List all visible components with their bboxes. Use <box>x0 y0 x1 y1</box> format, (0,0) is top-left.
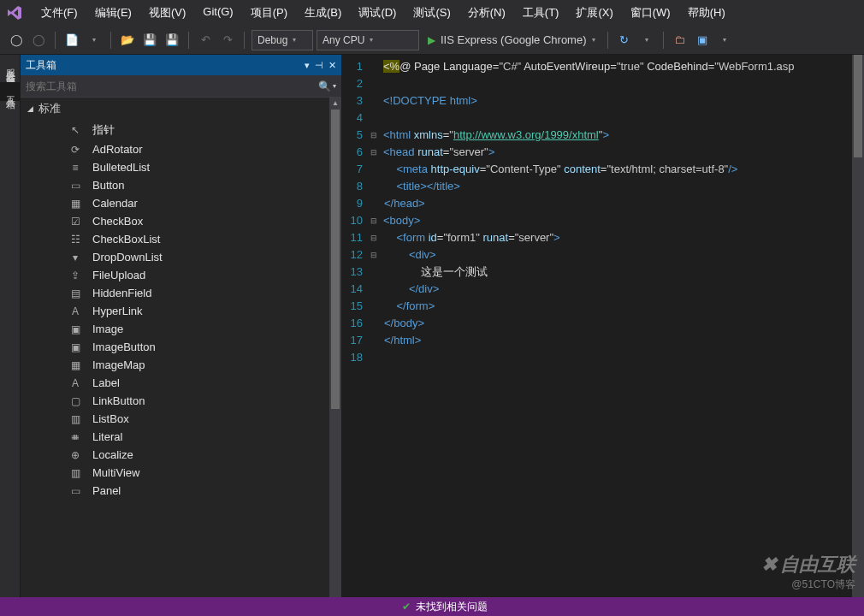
tool-item[interactable]: ≡BulletedList <box>21 158 329 176</box>
toolbar: ◯ ◯ 📄 ▾ 📂 💾 💾 ↶ ↷ Debug▾ Any CPU▾ ▶ IIS … <box>0 26 864 55</box>
window-icon[interactable]: ▣ <box>693 31 712 50</box>
menu-item[interactable]: 工具(T) <box>514 2 568 24</box>
scroll-up-icon[interactable]: ▲ <box>332 99 339 107</box>
tool-icon: ⊕ <box>68 449 82 461</box>
side-tab-toolbox[interactable]: 工具箱 <box>0 82 20 101</box>
tool-item[interactable]: ⊕Localize <box>21 446 329 464</box>
close-icon[interactable]: ✕ <box>328 60 336 71</box>
toolbox-search: 🔍 ▾ <box>21 75 341 98</box>
tool-label: MultiView <box>92 466 139 479</box>
tool-item[interactable]: ↖指针 <box>21 120 329 140</box>
code-editor[interactable]: 123456789101112131415161718 ⊟⊟ ⊟⊟⊟ <%@ P… <box>342 55 864 597</box>
menu-item[interactable]: 帮助(H) <box>679 2 734 24</box>
tool-item[interactable]: ▣Image <box>21 320 329 338</box>
dropdown-arrow-icon[interactable]: ▾ <box>637 31 656 50</box>
redo-icon[interactable]: ↷ <box>218 31 237 50</box>
tool-icon: ▦ <box>68 198 82 210</box>
chevron-down-icon: ▾ <box>592 36 595 44</box>
menu-item[interactable]: 测试(S) <box>405 2 459 24</box>
search-input[interactable] <box>26 80 318 92</box>
menu-item[interactable]: 视图(V) <box>140 2 194 24</box>
menu-item[interactable]: Git(G) <box>194 2 241 24</box>
dropdown-arrow-icon[interactable]: ▾ <box>715 31 734 50</box>
tool-item[interactable]: ▥MultiView <box>21 464 329 482</box>
tool-label: ImageButton <box>92 341 156 353</box>
refresh-icon[interactable]: ↻ <box>615 31 634 50</box>
open-folder-icon[interactable]: 📂 <box>118 31 137 50</box>
tool-item[interactable]: ☑CheckBox <box>21 212 329 230</box>
tool-icon: ≡ <box>68 162 82 174</box>
scrollbar-thumb[interactable] <box>331 110 340 409</box>
menu-item[interactable]: 调试(D) <box>350 2 405 24</box>
tool-label: AdRotator <box>92 143 143 156</box>
tool-label: ListBox <box>92 412 129 425</box>
editor-scrollbar-thumb[interactable] <box>854 55 862 157</box>
tool-icon: ▣ <box>68 341 82 353</box>
dropdown-icon[interactable]: ▾ <box>305 60 310 71</box>
tool-item[interactable]: ALabel <box>21 374 329 392</box>
menu-item[interactable]: 项目(P) <box>242 2 296 24</box>
tool-label: CheckBox <box>92 215 143 228</box>
save-all-icon[interactable]: 💾 <box>163 31 181 50</box>
tool-item[interactable]: AHyperLink <box>21 302 329 320</box>
run-button[interactable]: ▶ IIS Express (Google Chrome) ▾ <box>423 33 601 46</box>
tool-label: HyperLink <box>92 305 143 317</box>
toolbox-panel: 工具箱 ▾ ⊣ ✕ 🔍 ▾ ◢ 标准 ↖指针⟳AdRotator≡Bullete… <box>21 55 342 597</box>
tool-icon: ⩩ <box>68 431 82 443</box>
nav-back-icon[interactable]: ◯ <box>7 31 26 50</box>
tool-list[interactable]: ◢ 标准 ↖指针⟳AdRotator≡BulletedList▭Button▦C… <box>21 98 329 597</box>
tool-icon: A <box>68 305 82 317</box>
menu-item[interactable]: 文件(F) <box>33 2 86 24</box>
menu-item[interactable]: 分析(N) <box>459 2 514 24</box>
editor-scrollbar[interactable] <box>852 55 864 597</box>
tool-item[interactable]: ▾DropDownList <box>21 248 329 266</box>
dropdown-arrow-icon[interactable]: ▾ <box>85 31 104 50</box>
tool-item[interactable]: ▤HiddenField <box>21 284 329 302</box>
tool-item[interactable]: ▭Button <box>21 176 329 194</box>
config-dropdown[interactable]: Debug▾ <box>252 30 313 50</box>
tool-icon: ↖ <box>68 124 82 136</box>
tool-item[interactable]: ▭Panel <box>21 482 329 500</box>
group-label: 标准 <box>38 101 61 116</box>
tool-label: Localize <box>92 448 133 461</box>
tool-icon: ⇪ <box>68 270 82 281</box>
tool-label: DropDownList <box>92 251 163 264</box>
menubar: 文件(F)编辑(E)视图(V)Git(G)项目(P)生成(B)调试(D)测试(S… <box>0 0 864 26</box>
menu-item[interactable]: 生成(B) <box>296 2 350 24</box>
tool-item[interactable]: ▥ListBox <box>21 410 329 428</box>
group-header-standard[interactable]: ◢ 标准 <box>21 98 329 120</box>
tool-label: Calendar <box>92 197 138 210</box>
tool-icon: ▤ <box>68 287 82 299</box>
fold-column[interactable]: ⊟⊟ ⊟⊟⊟ <box>368 55 380 597</box>
tool-item[interactable]: ⇪FileUpload <box>21 266 329 284</box>
status-issues[interactable]: ✔ 未找到相关问题 <box>394 600 496 614</box>
tool-item[interactable]: ⩩Literal <box>21 428 329 446</box>
vs-logo-icon <box>5 3 24 22</box>
pin-icon[interactable]: ⊣ <box>315 60 323 71</box>
save-icon[interactable]: 💾 <box>140 31 159 50</box>
code-area[interactable]: <%@ Page Language="C#" AutoEventWireup="… <box>380 55 852 597</box>
tool-item[interactable]: ⟳AdRotator <box>21 140 329 158</box>
platform-dropdown[interactable]: Any CPU▾ <box>317 30 419 50</box>
side-tab-server-explorer[interactable]: 服务器资源管理器 <box>0 55 20 82</box>
menu-items: 文件(F)编辑(E)视图(V)Git(G)项目(P)生成(B)调试(D)测试(S… <box>33 2 734 24</box>
tool-item[interactable]: ▣ImageButton <box>21 338 329 356</box>
search-icon[interactable]: 🔍 ▾ <box>318 80 336 92</box>
new-file-icon[interactable]: 📄 <box>62 31 81 50</box>
tool-label: BulletedList <box>92 161 150 174</box>
play-icon: ▶ <box>428 34 435 46</box>
folder-icon[interactable]: 🗀 <box>671 31 689 50</box>
tool-icon: ▢ <box>68 395 82 407</box>
menu-item[interactable]: 窗口(W) <box>622 2 679 24</box>
menu-item[interactable]: 扩展(X) <box>567 2 621 24</box>
menu-item[interactable]: 编辑(E) <box>86 2 140 24</box>
undo-icon[interactable]: ↶ <box>196 31 215 50</box>
tool-item[interactable]: ▦ImageMap <box>21 356 329 374</box>
tool-icon: ▭ <box>68 180 82 192</box>
tool-item[interactable]: ▢LinkButton <box>21 392 329 410</box>
toolbox-scrollbar[interactable]: ▲ <box>329 98 341 597</box>
tool-icon: ▾ <box>68 252 82 264</box>
tool-item[interactable]: ☷CheckBoxList <box>21 230 329 248</box>
tool-item[interactable]: ▦Calendar <box>21 194 329 212</box>
side-tab-strip: 服务器资源管理器 工具箱 <box>0 55 21 597</box>
